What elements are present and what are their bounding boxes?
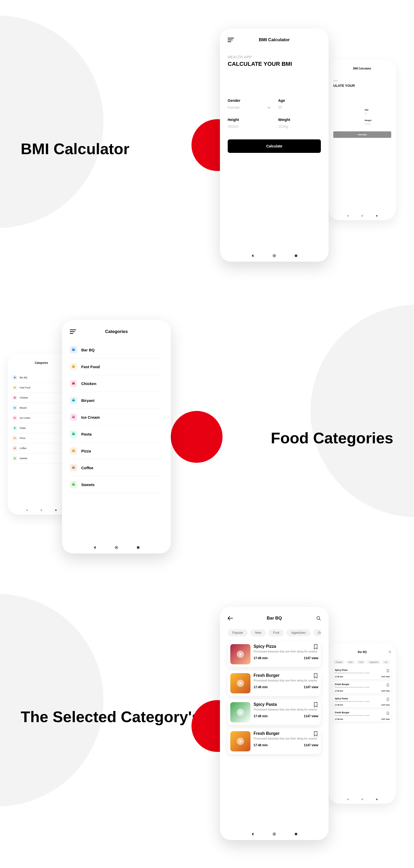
category-item[interactable]: Pasta bbox=[12, 423, 70, 433]
category-item[interactable]: Pasta bbox=[70, 426, 163, 442]
nav-home-icon[interactable] bbox=[360, 214, 364, 218]
chevron-down-icon[interactable] bbox=[267, 105, 270, 110]
food-card[interactable]: Spicy PastaProcessed bananas that use th… bbox=[333, 696, 391, 708]
play-icon[interactable] bbox=[237, 651, 244, 658]
bookmark-icon[interactable] bbox=[314, 644, 318, 650]
back-arrow-icon[interactable] bbox=[228, 616, 233, 620]
filter-chip[interactable]: Appetizers bbox=[367, 660, 381, 664]
bookmark-icon[interactable] bbox=[387, 711, 389, 716]
category-item[interactable]: Sweets bbox=[70, 476, 163, 493]
bookmark-icon[interactable] bbox=[314, 673, 318, 679]
filter-chip[interactable]: New bbox=[250, 629, 266, 637]
filter-chip[interactable]: Ge bbox=[313, 629, 321, 637]
category-item[interactable]: Ice Cream bbox=[12, 413, 70, 423]
play-icon[interactable] bbox=[237, 709, 244, 716]
calculate-button[interactable]: Calculate bbox=[333, 131, 391, 138]
nav-home-icon[interactable] bbox=[272, 832, 276, 836]
category-item[interactable]: Fast Food bbox=[70, 358, 163, 375]
bookmark-icon[interactable] bbox=[387, 697, 389, 702]
food-card[interactable]: Spicy PastaProcessed bananas that use th… bbox=[228, 700, 321, 725]
calculate-button[interactable]: Calculate bbox=[228, 140, 321, 153]
field-weight[interactable]: Weight 102kg bbox=[278, 118, 321, 128]
food-time: 17.48 min bbox=[253, 714, 268, 718]
section-title: Food Categories bbox=[271, 429, 393, 447]
food-card[interactable]: Fresh BurgerProcessed bananas that use t… bbox=[333, 681, 391, 693]
food-desc: Processed bananas that use their sking f… bbox=[335, 715, 390, 717]
category-item[interactable]: Bar BQ bbox=[12, 373, 70, 383]
food-card[interactable]: Spicy PizzaProcessed bananas that use th… bbox=[333, 667, 391, 679]
search-icon[interactable] bbox=[316, 616, 321, 621]
nav-home-icon[interactable] bbox=[40, 508, 43, 512]
nav-recent-icon[interactable] bbox=[54, 508, 58, 512]
filter-chip[interactable]: Fruit bbox=[268, 629, 284, 637]
nav-back-icon[interactable] bbox=[25, 508, 29, 512]
food-card[interactable]: Spicy PizzaProcessed bananas that use th… bbox=[228, 642, 321, 667]
svg-point-16 bbox=[41, 510, 42, 510]
android-nav bbox=[329, 214, 396, 218]
category-icon bbox=[70, 481, 77, 488]
food-card[interactable]: Fresh BurgerProcessed bananas that use t… bbox=[228, 728, 321, 754]
svg-rect-24 bbox=[72, 450, 75, 452]
section-bmi: BMI Calculator BMI Calculator APP ULATE … bbox=[0, 0, 414, 289]
nav-recent-icon[interactable] bbox=[375, 798, 379, 801]
red-accent bbox=[171, 411, 222, 463]
header-title: Bar BQ bbox=[267, 616, 282, 621]
category-item[interactable]: Bar BQ bbox=[70, 341, 163, 358]
category-item[interactable]: Coffee bbox=[12, 443, 70, 454]
category-item[interactable]: Chicken bbox=[12, 393, 70, 403]
menu-icon[interactable] bbox=[70, 329, 76, 334]
bookmark-icon[interactable] bbox=[387, 669, 389, 674]
food-card[interactable]: Fresh BurgerProcessed bananas that use t… bbox=[228, 671, 321, 696]
header-title: BMI Calculator bbox=[259, 37, 289, 42]
food-time: 17.48 min bbox=[335, 676, 343, 678]
category-label: Chicken bbox=[81, 381, 96, 386]
category-item[interactable]: Ice Cream bbox=[70, 409, 163, 426]
food-desc: Processed bananas that use their sking f… bbox=[335, 672, 390, 674]
play-icon[interactable] bbox=[237, 680, 244, 687]
nav-recent-icon[interactable] bbox=[136, 546, 140, 549]
nav-back-icon[interactable] bbox=[93, 546, 97, 549]
nav-home-icon[interactable] bbox=[115, 546, 118, 549]
nav-back-icon[interactable] bbox=[251, 832, 254, 836]
filter-chip[interactable]: New bbox=[346, 660, 355, 664]
nav-back-icon[interactable] bbox=[346, 214, 350, 218]
category-item[interactable]: Pizza bbox=[12, 433, 70, 443]
main-title: CALCULATE YOUR BMI bbox=[228, 61, 321, 67]
field-age[interactable]: Age 50 bbox=[365, 108, 391, 115]
filter-chip[interactable]: Popular bbox=[333, 660, 345, 664]
nav-home-icon[interactable] bbox=[272, 254, 276, 257]
nav-home-icon[interactable] bbox=[360, 798, 364, 801]
bookmark-icon[interactable] bbox=[387, 683, 389, 688]
filter-chip[interactable]: Ge bbox=[382, 660, 390, 664]
search-icon[interactable] bbox=[389, 651, 391, 653]
svg-rect-33 bbox=[376, 799, 377, 800]
food-desc: Processed bananas that use their sking f… bbox=[253, 679, 318, 682]
nav-recent-icon[interactable] bbox=[375, 214, 379, 218]
nav-recent-icon[interactable] bbox=[294, 832, 298, 836]
filter-chip[interactable]: Popular bbox=[228, 629, 248, 637]
play-icon[interactable] bbox=[237, 738, 244, 745]
field-weight[interactable]: Weight 102kg bbox=[365, 119, 391, 125]
category-item[interactable]: Chicken bbox=[70, 375, 163, 392]
filter-chip[interactable]: Fruit bbox=[356, 660, 365, 664]
nav-back-icon[interactable] bbox=[346, 798, 350, 801]
category-label: Coffee bbox=[81, 466, 94, 470]
menu-icon[interactable] bbox=[228, 37, 234, 42]
bookmark-icon[interactable] bbox=[314, 731, 318, 737]
category-item[interactable]: Pizza bbox=[70, 442, 163, 459]
filter-chip[interactable]: Appetizers bbox=[286, 629, 310, 637]
field-gender[interactable]: Gender Female bbox=[228, 98, 270, 110]
category-item[interactable]: Biryani bbox=[70, 392, 163, 409]
nav-recent-icon[interactable] bbox=[294, 254, 298, 257]
section-category-list: The Selected Category's List Bar BQ Popu… bbox=[0, 578, 414, 867]
subtitle: APP bbox=[333, 80, 391, 82]
category-item[interactable]: Biryani bbox=[12, 403, 70, 413]
bookmark-icon[interactable] bbox=[314, 702, 318, 708]
category-item[interactable]: Coffee bbox=[70, 459, 163, 476]
field-height[interactable]: Height 492cm bbox=[228, 118, 270, 128]
category-item[interactable]: Sweets bbox=[12, 454, 70, 464]
food-card[interactable]: Fresh BurgerProcessed bananas that use t… bbox=[333, 710, 391, 722]
field-age[interactable]: Age 50 bbox=[278, 98, 321, 110]
category-item[interactable]: Fast Food bbox=[12, 383, 70, 393]
nav-back-icon[interactable] bbox=[251, 254, 254, 257]
